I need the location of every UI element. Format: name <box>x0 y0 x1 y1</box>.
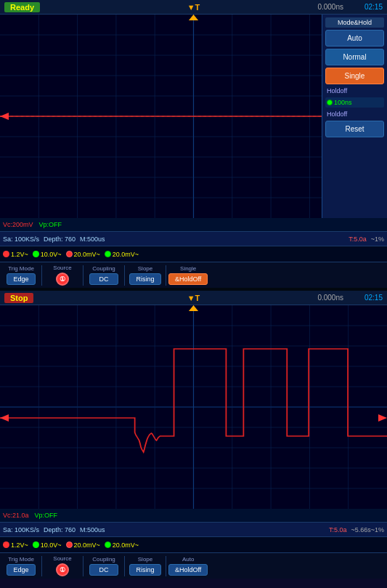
clock-1: 02:15 <box>364 3 383 11</box>
trig-ch-1: ~1% <box>371 235 384 243</box>
ch2-r1-2: 10.0V~ <box>33 541 62 549</box>
grid-svg-2 <box>0 305 387 509</box>
single-btn[interactable]: Single <box>325 68 384 84</box>
sa-2: Sa: 100KS/s <box>3 526 39 533</box>
source-label-1: Source <box>53 265 71 271</box>
source-group-1: Source ① <box>44 265 81 286</box>
trigger-t-1: ▼T <box>187 3 200 12</box>
trig-mode-label-2: Trig Mode <box>8 556 34 563</box>
slope-group-2: Slope Rising <box>127 556 163 576</box>
meas-bar-2: Sa: 100KS/s Depth: 760 M:500us T:5.0a ~5… <box>0 522 387 536</box>
source-ch1-btn-2[interactable]: ① <box>56 563 69 576</box>
ch1-vdiv-1: Vc:200mV <box>3 221 33 228</box>
time-offset-1: 0.000ns <box>317 3 343 11</box>
ch2-dot2-2 <box>105 541 111 548</box>
source-ch1-btn-1[interactable]: ① <box>56 273 69 286</box>
single-group-1: Single &HoldOff <box>168 265 208 285</box>
ch2-r2: 20.0mV~ <box>105 251 139 258</box>
coupling-btn-1[interactable]: DC <box>89 273 118 285</box>
trig-mode-group-1: Trig Mode Edge <box>3 265 39 285</box>
source-label-2: Source <box>53 555 71 562</box>
auto-label-2: Auto <box>182 556 194 563</box>
ch1-r2-2: 20.0mV~ <box>66 541 100 549</box>
holdoff-reset-btn[interactable]: Reset <box>325 121 384 137</box>
status-bar-2: Stop ▼T 0.000ns 02:15 <box>0 291 387 305</box>
depth-2: Depth: 760 <box>44 526 76 533</box>
coupling-label-2: Coupling <box>92 556 115 563</box>
holdoff-label-2: Holdoff <box>325 110 384 118</box>
sep4-2 <box>166 556 166 576</box>
ch2-r1: 10.0V~ <box>33 251 62 258</box>
status-bar-1: Ready ▼T 0.000ns 02:15 <box>0 0 387 15</box>
coupling-label-1: Coupling <box>92 265 115 272</box>
ch1-dot-2 <box>3 541 9 548</box>
normal-btn[interactable]: Normal <box>325 49 384 65</box>
ch1-vdiv-2: Vc:21.0a <box>3 512 29 519</box>
sep1-2 <box>41 556 42 576</box>
trig-mode-btn-1[interactable]: Edge <box>7 273 36 285</box>
mode-hold-title: Mode&Hold <box>325 17 384 28</box>
status-label-1: Ready <box>4 2 40 12</box>
sep3-2 <box>124 556 125 576</box>
single-holdon-btn-1[interactable]: &HoldOff <box>168 273 208 285</box>
m-1: M:500us <box>80 235 105 243</box>
ch1-dot-1 <box>3 251 9 257</box>
ch-readings-2: 1.2V~ 10.0V~ 20.0mV~ 20.0mV~ <box>0 536 387 552</box>
holdoff-val: 100ns <box>334 99 352 106</box>
time-offset-2: 0.000ns <box>317 294 343 302</box>
ch1-dot2-1 <box>66 251 73 257</box>
slope-label-1: Slope <box>138 265 152 272</box>
svg-marker-18 <box>189 15 198 20</box>
scope-screen-1: Mode&Hold Auto Normal Single Holdoff 100… <box>0 15 387 218</box>
side-panel-1: Mode&Hold Auto Normal Single Holdoff 100… <box>322 15 387 218</box>
slope-btn-2[interactable]: Rising <box>129 564 160 576</box>
scope-screen-2 <box>0 305 387 509</box>
trig-mode-btn-2[interactable]: Edge <box>7 564 36 576</box>
ch2-dot2-1 <box>105 251 111 257</box>
holdoff-label: Holdoff <box>325 86 384 95</box>
svg-marker-40 <box>0 414 9 422</box>
meas-bar-1: Sa: 100KS/s Depth: 760 M:500us T:5.0a ~1… <box>0 231 387 246</box>
bottom-toolbar-1: Trig Mode Edge Source ① Coupling DC Slop… <box>0 262 387 288</box>
slope-label-2: Slope <box>138 556 152 563</box>
ch-readings-1: 1.2V~ 10.0V~ 20.0mV~ 20.0mV~ <box>0 246 387 262</box>
bottom-toolbar-2: Trig Mode Edge Source ① Coupling DC Slop… <box>0 552 387 579</box>
ch2-dot-2 <box>33 541 39 548</box>
trig-val-2: T:5.0a <box>329 526 347 533</box>
scope-info-1: Vc:200mV Vp:OFF <box>0 218 387 231</box>
holdoff-value-container: 100ns <box>325 97 384 108</box>
ch1-r1-2: 1.2V~ <box>3 541 28 549</box>
m-2: M:500us <box>80 526 105 533</box>
sep2 <box>83 265 83 286</box>
ch2-vp-2: Vp:OFF <box>35 512 58 519</box>
sa-1: Sa: 100KS/s <box>3 235 39 243</box>
coupling-group-1: Coupling DC <box>86 265 122 285</box>
clock-2: 02:15 <box>364 294 383 302</box>
sep2-2 <box>83 556 83 576</box>
sep1 <box>41 265 42 286</box>
sep3 <box>124 265 125 286</box>
panel1: Ready ▼T 0.000ns 02:15 <box>0 0 387 288</box>
sep4 <box>166 265 166 286</box>
panel2: Stop ▼T 0.000ns 02:15 <box>0 291 387 579</box>
slope-btn-1[interactable]: Rising <box>129 273 160 285</box>
auto-holdon-btn-2[interactable]: &HoldOff <box>168 564 208 576</box>
holdoff-radio[interactable] <box>327 100 333 105</box>
ch2-vp-1: Vp:OFF <box>39 221 62 228</box>
slope-group-1: Slope Rising <box>127 265 163 285</box>
source-group-2: Source ① <box>44 555 81 576</box>
ch2-r2-2: 20.0mV~ <box>105 541 139 549</box>
ch1-r2: 20.0mV~ <box>66 251 100 258</box>
trig-mode-label-1: Trig Mode <box>8 265 34 272</box>
scope-info-2: Vc:21.0a Vp:OFF <box>0 509 387 522</box>
ch1-r1: 1.2V~ <box>3 251 28 258</box>
trig-val-1: T:5.0a <box>349 235 367 243</box>
coupling-btn-2[interactable]: DC <box>89 564 118 576</box>
ch2-dot-1 <box>33 251 39 257</box>
depth-1: Depth: 760 <box>44 235 76 243</box>
auto-btn[interactable]: Auto <box>325 30 384 47</box>
coupling-group-2: Coupling DC <box>86 556 122 576</box>
trig-ch-2: ~5.66s~1% <box>351 526 384 533</box>
ch1-dot2-2 <box>66 541 73 548</box>
svg-marker-20 <box>0 113 9 120</box>
